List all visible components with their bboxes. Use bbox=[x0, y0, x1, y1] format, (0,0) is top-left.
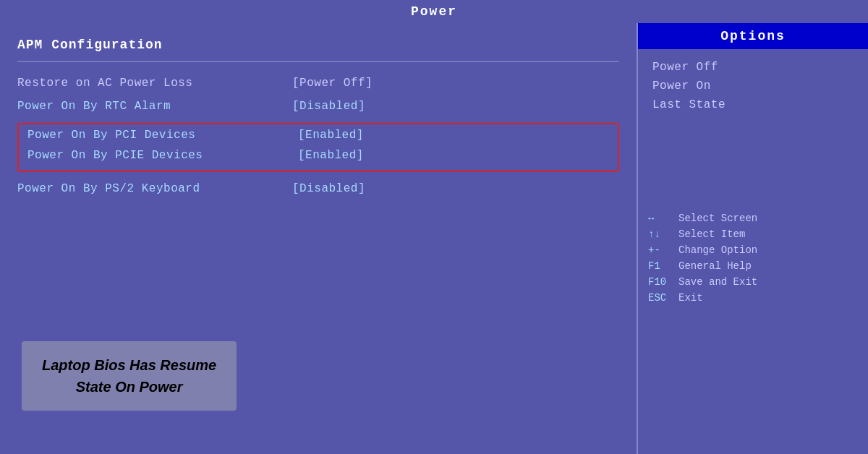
watermark-text: Laptop Bios Has Resume State On Power bbox=[42, 354, 216, 398]
watermark: Laptop Bios Has Resume State On Power bbox=[22, 341, 237, 411]
value-pci-devices: [Enabled] bbox=[298, 129, 364, 142]
row-pci-devices[interactable]: Power On By PCI Devices [Enabled] bbox=[23, 127, 613, 143]
row-restore-ac: Restore on AC Power Loss [Power Off] bbox=[17, 77, 619, 90]
row-rtc-alarm[interactable]: Power On By RTC Alarm [Disabled] bbox=[17, 100, 619, 113]
key-arrows-lr: ↔ bbox=[648, 213, 678, 224]
divider bbox=[17, 61, 619, 62]
key-plusminus: +- bbox=[648, 244, 678, 256]
row-pcie-devices[interactable]: Power On By PCIE Devices [Enabled] bbox=[23, 147, 613, 163]
row-ps2-keyboard[interactable]: Power On By PS/2 Keyboard [Disabled] bbox=[17, 182, 619, 195]
label-pcie-devices: Power On By PCIE Devices bbox=[27, 149, 298, 162]
keybind-change-option: +- Change Option bbox=[648, 244, 858, 256]
main-content: APM Configuration Restore on AC Power Lo… bbox=[0, 23, 868, 454]
desc-save-exit: Save and Exit bbox=[678, 276, 757, 288]
desc-change-option: Change Option bbox=[678, 244, 757, 256]
right-panel: Options Power Off Power On Last State ↔ … bbox=[637, 23, 868, 454]
desc-select-screen: Select Screen bbox=[678, 213, 757, 224]
option-last-state[interactable]: Last State bbox=[652, 98, 854, 111]
desc-general-help: General Help bbox=[678, 260, 752, 272]
keybind-select-screen: ↔ Select Screen bbox=[648, 213, 858, 224]
value-pcie-devices: [Enabled] bbox=[298, 149, 364, 162]
top-bar-title: Power bbox=[411, 4, 457, 19]
keybind-save-exit: F10 Save and Exit bbox=[648, 276, 858, 288]
keybind-general-help: F1 General Help bbox=[648, 260, 858, 272]
label-restore-ac: Restore on AC Power Loss bbox=[17, 77, 292, 90]
options-header: Options bbox=[638, 23, 868, 49]
label-pci-devices: Power On By PCI Devices bbox=[27, 129, 298, 142]
key-esc: ESC bbox=[648, 292, 678, 304]
watermark-line1: Laptop Bios Has Resume bbox=[42, 357, 216, 373]
watermark-line2: State On Power bbox=[76, 379, 183, 395]
desc-exit: Exit bbox=[678, 292, 703, 304]
section-title: APM Configuration bbox=[17, 38, 619, 52]
options-list: Power Off Power On Last State bbox=[638, 61, 868, 111]
option-power-on[interactable]: Power On bbox=[652, 80, 854, 93]
desc-select-item: Select Item bbox=[678, 228, 745, 240]
value-restore-ac: [Power Off] bbox=[292, 77, 373, 90]
highlighted-group: Power On By PCI Devices [Enabled] Power … bbox=[17, 123, 619, 172]
option-power-off[interactable]: Power Off bbox=[652, 61, 854, 74]
keybind-exit: ESC Exit bbox=[648, 292, 858, 304]
keybinds: ↔ Select Screen ↑↓ Select Item +- Change… bbox=[638, 213, 868, 304]
key-f1: F1 bbox=[648, 260, 678, 272]
label-rtc-alarm: Power On By RTC Alarm bbox=[17, 100, 292, 113]
value-ps2-keyboard: [Disabled] bbox=[292, 182, 365, 195]
label-ps2-keyboard: Power On By PS/2 Keyboard bbox=[17, 182, 292, 195]
keybind-select-item: ↑↓ Select Item bbox=[648, 228, 858, 240]
left-panel: APM Configuration Restore on AC Power Lo… bbox=[0, 23, 637, 454]
value-rtc-alarm: [Disabled] bbox=[292, 100, 365, 113]
top-bar: Power bbox=[0, 0, 868, 23]
key-arrows-ud: ↑↓ bbox=[648, 228, 678, 240]
key-f10: F10 bbox=[648, 276, 678, 288]
